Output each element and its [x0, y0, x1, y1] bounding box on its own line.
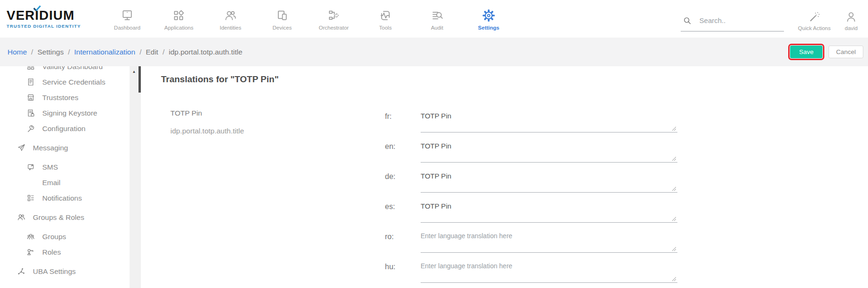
grid-squares-icon: [26, 66, 36, 71]
search-input[interactable]: [699, 16, 775, 24]
nav-item[interactable]: Dashboard: [101, 8, 153, 31]
nav-item[interactable]: Audit: [411, 8, 463, 31]
breadcrumb-label: idp.portal.totp.auth.title: [169, 48, 242, 56]
resize-grip-icon[interactable]: [672, 277, 676, 281]
breadcrumb-label: Edit: [146, 48, 158, 56]
scrollbar-up-arrow[interactable]: ▲: [130, 70, 138, 74]
breadcrumb-item[interactable]: Settings /: [38, 48, 70, 56]
translation-source-key: idp.portal.totp.auth.title: [170, 127, 244, 135]
wrench-icon: [26, 124, 36, 133]
brand-name: VERIDIUM: [7, 9, 100, 22]
audit-icon: [430, 8, 444, 23]
identities-icon: [224, 8, 237, 23]
nav-item-label: Applications: [164, 25, 193, 31]
translation-textarea[interactable]: [421, 262, 677, 283]
nav-item[interactable]: Devices: [256, 8, 308, 31]
sidebar-item[interactable]: Email: [0, 175, 130, 190]
sidebar-item[interactable]: Groups & Roles: [0, 210, 130, 225]
sidebar: Validity Dashboard Service Credentials T…: [0, 66, 130, 288]
sidebar-item[interactable]: Validity Dashboard: [0, 66, 130, 74]
translations-list: fr: TOTP Pin en: TOTP Pin de:: [385, 112, 677, 288]
nav-item-label: Tools: [379, 25, 392, 31]
breadcrumb-separator: /: [31, 48, 33, 56]
sidebar-scrollbar[interactable]: ▲: [130, 66, 141, 288]
user-icon: [845, 10, 857, 23]
translation-textarea[interactable]: [421, 232, 677, 253]
sidebar-item[interactable]: Service Credentials: [0, 74, 130, 90]
translation-textarea[interactable]: TOTP Pin: [421, 202, 677, 223]
quick-actions-label: Quick Actions: [798, 25, 831, 31]
translation-field-wrap: TOTP Pin: [421, 172, 677, 193]
translation-row: hu:: [385, 262, 677, 283]
gear-icon: [482, 8, 495, 23]
resize-grip-icon[interactable]: [672, 187, 676, 191]
language-label: fr:: [385, 112, 421, 121]
breadcrumb-item[interactable]: idp.portal.totp.auth.title /: [169, 48, 242, 56]
three-users-icon: [26, 232, 36, 241]
main-panel: Translations for "TOTP Pin" TOTP Pin idp…: [141, 66, 868, 288]
brand-logo[interactable]: VERIDIUM TRUSTED DIGITAL IDENTITY: [7, 9, 100, 29]
sidebar-item-label: Groups & Roles: [33, 213, 84, 222]
translation-row: fr: TOTP Pin: [385, 112, 677, 132]
sidebar-item-label: Messaging: [33, 144, 68, 152]
sidebar-item-label: Email: [42, 179, 61, 187]
sidebar-item-label: UBA Settings: [33, 267, 76, 276]
translation-field-wrap: TOTP Pin: [421, 202, 677, 223]
breadcrumb-separator: /: [139, 48, 141, 56]
sidebar-item[interactable]: Notifications: [0, 190, 130, 206]
search-box: [681, 13, 784, 31]
sidebar-item[interactable]: Groups: [0, 229, 130, 244]
nav-item[interactable]: Settings: [463, 8, 515, 31]
sidebar-item[interactable]: SMS: [0, 159, 130, 175]
language-label: en:: [385, 142, 421, 151]
breadcrumb-item[interactable]: Internationalization /: [74, 48, 141, 56]
cancel-button[interactable]: Cancel: [829, 46, 863, 58]
breadcrumb-separator: /: [162, 48, 164, 56]
nav-item[interactable]: Applications: [153, 8, 205, 31]
page-actions: Save Cancel: [790, 46, 863, 58]
nav-item[interactable]: Identities: [205, 8, 256, 31]
breadcrumb-item[interactable]: Home /: [8, 48, 33, 56]
sidebar-item-label: Truststores: [42, 93, 78, 102]
search-icon[interactable]: [683, 16, 692, 25]
brand-tagline: TRUSTED DIGITAL IDENTITY: [7, 23, 100, 29]
list-squares-icon: [26, 194, 36, 203]
nav-item-label: Identities: [220, 25, 241, 31]
sidebar-item-label: SMS: [42, 163, 58, 171]
sidebar-item[interactable]: UBA Settings: [0, 264, 130, 279]
translation-field-wrap: [421, 232, 677, 253]
user-menu[interactable]: david: [845, 7, 858, 31]
sidebar-item[interactable]: Signing Keystore: [0, 105, 130, 121]
translation-row: ro:: [385, 232, 677, 253]
message-icon: [26, 163, 36, 172]
translation-textarea[interactable]: TOTP Pin: [421, 172, 677, 193]
content-area: Validity Dashboard Service Credentials T…: [0, 66, 868, 288]
save-button[interactable]: Save: [790, 46, 822, 58]
nav-item[interactable]: Tools: [360, 8, 411, 31]
resize-grip-icon[interactable]: [672, 217, 676, 221]
sidebar-item[interactable]: Configuration: [0, 121, 130, 136]
nav-item[interactable]: Orchestrator: [308, 8, 360, 31]
sidebar-item-label: Service Credentials: [42, 78, 105, 86]
translation-textarea[interactable]: TOTP Pin: [421, 142, 677, 163]
translation-textarea[interactable]: TOTP Pin: [421, 112, 677, 132]
resize-grip-icon[interactable]: [672, 156, 676, 161]
resize-grip-icon[interactable]: [672, 247, 676, 251]
orchestrator-icon: [327, 8, 340, 23]
translation-field-wrap: [421, 262, 677, 283]
nav-item-label: Settings: [478, 25, 499, 31]
resize-grip-icon[interactable]: [672, 126, 676, 131]
sidebar-item[interactable]: Messaging: [0, 140, 130, 156]
breadcrumb-bar: Home / Settings / Internationalization /…: [0, 38, 868, 66]
apps-icon: [172, 8, 185, 23]
language-label: es:: [385, 202, 421, 211]
sidebar-item[interactable]: Roles: [0, 244, 130, 260]
user-label: david: [845, 25, 858, 31]
sidebar-item[interactable]: Truststores: [0, 90, 130, 105]
quick-actions-button[interactable]: Quick Actions: [798, 7, 831, 31]
translation-field-wrap: TOTP Pin: [421, 142, 677, 163]
breadcrumb-item[interactable]: Edit /: [146, 48, 164, 56]
at-sign-icon: [26, 178, 36, 187]
breadcrumb-label: Internationalization: [74, 48, 135, 56]
sidebar-item-label: Validity Dashboard: [42, 66, 103, 71]
